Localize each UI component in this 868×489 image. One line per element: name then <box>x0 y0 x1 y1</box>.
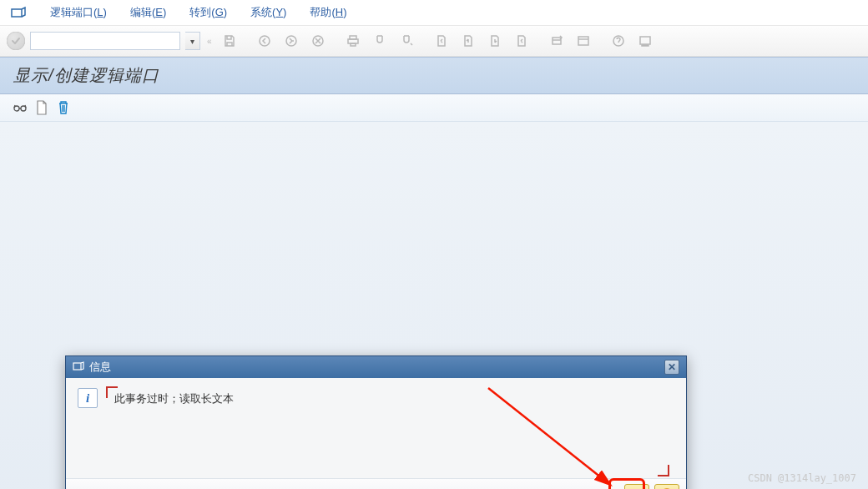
find-icon[interactable] <box>369 31 391 51</box>
back-icon[interactable] <box>254 31 275 51</box>
dialog-title-icon <box>73 361 84 374</box>
dialog-footer <box>66 479 686 489</box>
info-icon: i <box>78 388 98 408</box>
sap-menu-icon[interactable] <box>10 5 27 20</box>
title-bar: 显示/创建逻辑端口 <box>0 57 868 94</box>
create-document-icon[interactable] <box>33 99 50 116</box>
next-page-icon[interactable] <box>484 31 506 51</box>
info-dialog: 信息 ✕ i 此事务过时；读取长文本 <box>65 355 687 489</box>
menu-logical-port[interactable]: 逻辑端口(L) <box>50 5 107 20</box>
toolbar-expand-icon[interactable]: « <box>205 37 214 46</box>
dialog-help-button[interactable] <box>654 484 679 489</box>
message-area: 此事务过时；读取长文本 <box>108 388 674 468</box>
bracket-top-left <box>106 386 118 398</box>
menu-goto[interactable]: 转到(G) <box>189 5 227 20</box>
bracket-bottom-right <box>658 465 669 476</box>
layout-settings-icon[interactable] <box>634 31 656 51</box>
help-icon[interactable] <box>608 31 629 51</box>
dialog-title-text: 信息 <box>89 360 111 375</box>
svg-rect-11 <box>642 45 648 46</box>
command-field-dropdown[interactable]: ▾ <box>185 32 200 50</box>
print-icon[interactable] <box>342 31 364 51</box>
shortcut-icon[interactable] <box>573 31 594 51</box>
save-icon[interactable] <box>219 31 240 51</box>
svg-rect-7 <box>553 38 561 44</box>
glasses-display-icon[interactable] <box>12 99 28 116</box>
prev-page-icon[interactable] <box>457 31 479 51</box>
svg-rect-6 <box>351 43 356 46</box>
dialog-titlebar: 信息 ✕ <box>66 356 686 378</box>
svg-rect-14 <box>73 363 81 370</box>
svg-point-1 <box>260 36 270 46</box>
dialog-body: i 此事务过时；读取长文本 <box>66 378 686 478</box>
content-area: 信息 ✕ i 此事务过时；读取长文本 <box>0 122 868 489</box>
menu-system[interactable]: 系统(Y) <box>250 5 286 20</box>
exit-icon[interactable] <box>280 31 302 51</box>
chevron-down-icon: ▾ <box>190 37 194 46</box>
command-field[interactable] <box>30 32 180 50</box>
delete-trash-icon[interactable] <box>55 99 72 116</box>
watermark-text: CSDN @1314lay_1007 <box>748 472 856 484</box>
standard-toolbar: ▾ « <box>0 26 868 57</box>
first-page-icon[interactable] <box>431 31 452 51</box>
svg-rect-10 <box>640 37 650 44</box>
menu-edit[interactable]: 编辑(E) <box>130 5 166 20</box>
svg-rect-8 <box>578 37 588 45</box>
find-next-icon[interactable] <box>396 31 417 51</box>
menu-bar: 逻辑端口(L) 编辑(E) 转到(G) 系统(Y) 帮助(H) <box>0 0 868 26</box>
dialog-close-button[interactable]: ✕ <box>664 360 679 375</box>
application-toolbar <box>0 94 868 122</box>
svg-rect-0 <box>12 9 22 17</box>
message-text: 此事务过时；读取长文本 <box>114 392 234 405</box>
ok-button[interactable] <box>624 484 649 489</box>
menu-help[interactable]: 帮助(H) <box>310 5 346 20</box>
last-page-icon[interactable] <box>511 31 532 51</box>
new-session-icon[interactable] <box>546 31 568 51</box>
enter-button[interactable] <box>7 32 25 50</box>
cancel-icon[interactable] <box>307 31 329 51</box>
page-title: 显示/创建逻辑端口 <box>13 64 855 87</box>
